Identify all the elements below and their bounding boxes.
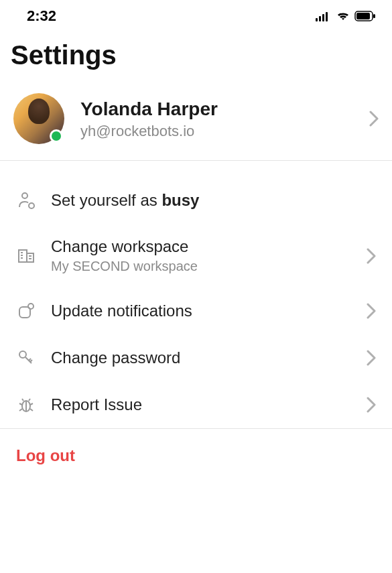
settings-list: Set yourself as busy Change workspace My… (0, 161, 392, 429)
svg-rect-5 (356, 13, 370, 19)
bug-icon (16, 395, 36, 415)
svg-rect-6 (373, 14, 375, 18)
password-label: Change password (51, 348, 367, 367)
status-time: 2:32 (27, 7, 56, 25)
set-busy-text: Set yourself as busy (51, 191, 376, 210)
password-text: Change password (51, 348, 367, 367)
report-text: Report Issue (51, 395, 367, 414)
svg-point-8 (29, 203, 34, 208)
report-label: Report Issue (51, 395, 367, 414)
logout-label: Log out (16, 446, 75, 464)
cellular-icon (316, 11, 332, 21)
chevron-right-icon (367, 248, 376, 264)
profile-name: Yolanda Harper (80, 97, 369, 121)
notifications-icon (16, 301, 36, 321)
key-icon (16, 348, 36, 368)
status-bar: 2:32 (0, 0, 392, 29)
workspace-sublabel: My SECOND workspace (51, 259, 367, 274)
svg-rect-3 (326, 12, 328, 21)
wifi-icon (336, 11, 350, 21)
change-workspace-item[interactable]: Change workspace My SECOND workspace (0, 224, 392, 288)
set-busy-item[interactable]: Set yourself as busy (0, 177, 392, 224)
set-busy-label: Set yourself as busy (51, 191, 199, 209)
svg-rect-10 (27, 253, 34, 262)
update-notifications-item[interactable]: Update notifications (0, 288, 392, 334)
svg-rect-1 (319, 16, 321, 21)
chevron-right-icon (367, 350, 376, 366)
workspace-label: Change workspace (51, 237, 367, 256)
notifications-label: Update notifications (51, 302, 367, 320)
chevron-right-icon (367, 397, 376, 413)
page-title: Settings (0, 29, 392, 86)
report-issue-item[interactable]: Report Issue (0, 381, 392, 428)
notifications-text: Update notifications (51, 302, 367, 320)
chevron-right-icon (367, 303, 376, 319)
logout-button[interactable]: Log out (0, 429, 392, 483)
svg-rect-0 (316, 18, 318, 21)
svg-rect-2 (322, 14, 324, 21)
workspace-icon (16, 246, 36, 266)
chevron-right-icon (369, 111, 379, 127)
workspace-text: Change workspace My SECOND workspace (51, 237, 367, 274)
change-password-item[interactable]: Change password (0, 334, 392, 381)
person-status-icon (16, 190, 36, 210)
profile-email: yh@rocketbots.io (80, 123, 369, 140)
battery-icon (354, 11, 376, 21)
presence-indicator (50, 129, 63, 143)
svg-point-7 (22, 193, 27, 198)
avatar-wrap (13, 93, 64, 144)
status-icons (316, 11, 376, 21)
svg-point-17 (28, 304, 34, 309)
svg-point-18 (19, 351, 26, 358)
profile-row[interactable]: Yolanda Harper yh@rocketbots.io (0, 86, 392, 161)
profile-text: Yolanda Harper yh@rocketbots.io (80, 97, 369, 140)
